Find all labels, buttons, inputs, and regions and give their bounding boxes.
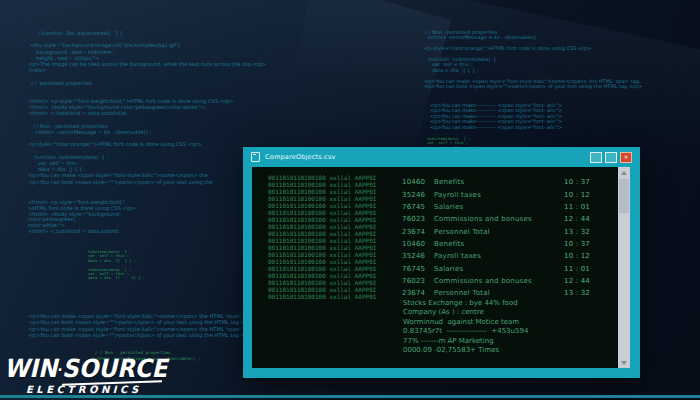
- binary-line: 0011010110100100 xxllal AAPP0I: [268, 251, 376, 258]
- code-line: <html> <.todolistid = data.todoid;: [28, 229, 136, 235]
- table-row: 76745 Salaries 11 : 01 NSA: [402, 262, 618, 274]
- table-row: 23674 Personnel Total 13 : 32 NSA: [402, 287, 618, 299]
- logo-dot: .: [57, 358, 62, 374]
- stats-line: 0000.09 -02,75583+ Times: [403, 346, 528, 355]
- row-label: Personnel Total: [434, 289, 564, 297]
- row-amount: 76023: [402, 215, 434, 223]
- binary-line: 0011010110100100 xxllal AAPP0I: [268, 174, 376, 181]
- row-amount: 10460: [402, 240, 434, 248]
- binary-line: 0011010110100100 xxllal AAPP0I: [268, 230, 376, 237]
- logo-wordmark: WIN.SOURCE: [4, 356, 160, 381]
- row-amount: 76745: [402, 265, 434, 273]
- table-row: 35246 Payroll taxes 10 : 12 NSA: [402, 250, 618, 262]
- row-amount: 23674: [402, 289, 434, 297]
- table-row: 23674 Personnel Total 13 : 32 NSA: [402, 225, 618, 237]
- binary-line: 0011010110100100 xxllal AAPP0I: [268, 195, 376, 202]
- background-code-left-top: ( function (ko, datacontext) ] } <div st…: [28, 18, 266, 185]
- binary-line: 0011010110100100 xxllal AAPP0I: [268, 244, 376, 251]
- binary-line: 0011010110100100 xxllal AAPP0I: [268, 272, 376, 279]
- logo-tagline: ELECTRONICS: [26, 384, 174, 395]
- table-row: 76023 Commissions and bonuses 12 : 44 NS…: [402, 213, 618, 225]
- row-time: 12 : 44: [564, 215, 618, 223]
- background-code-right-repeat: <p>You can make----------- <span style="…: [430, 91, 562, 130]
- binary-line: 0011010110100100 xxllal AAPP0I: [268, 202, 376, 209]
- stats-line: 0.83745r7t ---------------- +453u594: [403, 327, 528, 336]
- terminal-content: 0011010110100100 xxllal AAPP0I0011010110…: [252, 167, 618, 368]
- terminal-window: CompareObjects.csv × 0011010110100100 xx…: [243, 147, 640, 378]
- table-row: 76745 Salaries 11 : 01 NSA: [402, 201, 618, 213]
- row-time: 10 : 12: [564, 252, 618, 260]
- row-time: 11 : 01: [564, 265, 618, 273]
- code-line: <p>You can bold <span style="">parts</sp…: [28, 319, 245, 325]
- binary-line: 0011010110100100 xxllal AAPP0I: [268, 188, 376, 195]
- scroll-up-arrow-icon[interactable]: [618, 167, 630, 178]
- binary-line: 0011010110100100 xxllal AAPP0I: [268, 216, 376, 223]
- code-line: <p>You can bold <span style="">parts</sp…: [28, 179, 266, 185]
- row-amount: 35246: [402, 191, 434, 199]
- minimize-button[interactable]: [590, 152, 602, 163]
- scroll-down-arrow-icon[interactable]: [618, 357, 630, 368]
- binary-line: 0011010110100100 xxllal AAPP0I: [268, 279, 376, 286]
- binary-line: 0011010110100100 xxllal AAPP0I: [268, 181, 376, 188]
- row-amount: 76745: [402, 203, 434, 211]
- table-row: 10460 Benefits 10 : 37 NSA: [402, 238, 618, 250]
- code-line: <p>You can bold <span style="">parts</sp…: [28, 332, 245, 338]
- row-time: 11 : 01: [564, 203, 618, 211]
- row-time: 10 : 37: [564, 178, 618, 186]
- binary-column: 0011010110100100 xxllal AAPP0I0011010110…: [268, 174, 376, 300]
- row-amount: 23674: [402, 228, 434, 236]
- close-button[interactable]: ×: [620, 152, 632, 163]
- row-amount: 10460: [402, 178, 434, 186]
- row-time: 13 : 32: [564, 289, 618, 297]
- row-label: Payroll taxes: [434, 191, 564, 199]
- binary-line: 0011010110100100 xxllal AAPP0I: [268, 258, 376, 265]
- row-label: Salaries: [434, 203, 564, 211]
- table-row: 76023 Commissions and bonuses 12 : 44 NS…: [402, 275, 618, 287]
- row-amount: 76023: [402, 277, 434, 285]
- window-title: CompareObjects.csv: [265, 153, 590, 161]
- binary-line: 0011010110100100 xxllal AAPP0I: [268, 223, 376, 230]
- row-label: Salaries: [434, 265, 564, 273]
- binary-line: 0011010110100100 xxllal AAPP0I: [268, 286, 376, 293]
- ledger-table: 10460 Benefits 10 : 37 NSA 35246 Payroll…: [402, 176, 618, 299]
- binary-line: 0011010110100100 xxllal AAPP0I: [268, 237, 376, 244]
- code-line: data = dta ll ----2| } ;: [88, 276, 145, 280]
- row-label: Personnel Total: [434, 228, 564, 236]
- row-label: Payroll taxes: [434, 252, 564, 260]
- table-row: 10460 Benefits 10 : 37 NSA: [402, 176, 618, 188]
- code-line: <p>The image can be tiled across the bac…: [28, 61, 266, 67]
- bottom-accent-strip: [0, 395, 700, 398]
- row-label: Benefits: [434, 178, 564, 186]
- code-line: <p>You can bold <span style="">parts</sp…: [424, 84, 642, 89]
- row-label: Commissions and bonuses: [434, 277, 564, 285]
- background-code-left-green: todoitem(data) { ;var self = this ;data …: [88, 240, 145, 281]
- row-time: 13 : 32: [564, 228, 618, 236]
- document-icon: [251, 152, 260, 162]
- scrollbar[interactable]: [618, 167, 630, 368]
- window-titlebar[interactable]: CompareObjects.csv ×: [243, 147, 640, 167]
- row-label: Commissions and bonuses: [434, 215, 564, 223]
- maximize-button[interactable]: [605, 152, 617, 163]
- stats-block: Stocks Exchange : bye 44% foodCompany (A…: [403, 299, 528, 355]
- row-label: Benefits: [434, 240, 564, 248]
- stats-line: Worminnud against Motice team: [403, 318, 528, 327]
- row-amount: 35246: [402, 252, 434, 260]
- binary-line: 0011010110100100 xxllal AAPP0I: [268, 293, 376, 300]
- background-code-left-mid: <html> <p style="font-weight:bold;">HTML…: [28, 188, 136, 235]
- background-code-left-bottom: <p>You can make <span style="font-style:…: [28, 301, 245, 339]
- background-code-right-top: / / Non - persisted properties <html> <e…: [424, 18, 642, 89]
- winsource-logo: WIN.SOURCE ELECTRONICS: [4, 356, 174, 395]
- stats-line: Company (As ) : centre: [403, 308, 528, 317]
- stats-line: Stocks Exchange : bye 44% food: [403, 299, 528, 308]
- table-row: 35246 Payroll taxes 10 : 12 NSA: [402, 188, 618, 200]
- stats-line: 77% -------m AP Marketing: [403, 337, 528, 346]
- row-time: 12 : 44: [564, 277, 618, 285]
- binary-line: 0011010110100100 xxllal AAPP0I: [268, 209, 376, 216]
- binary-line: 0011010110100100 xxllal AAPP0I: [268, 265, 376, 272]
- scrollbar-thumb[interactable]: [619, 179, 629, 213]
- row-time: 10 : 12: [564, 191, 618, 199]
- row-time: 10 : 37: [564, 240, 618, 248]
